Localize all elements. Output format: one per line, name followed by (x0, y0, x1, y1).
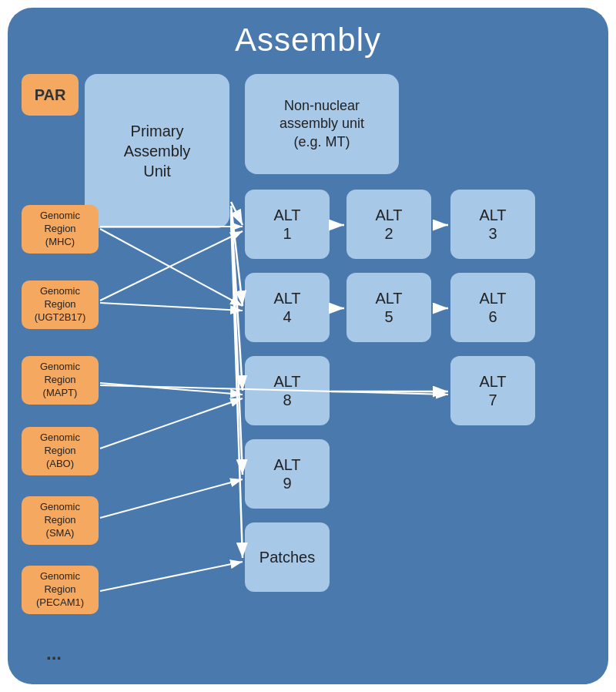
svg-line-17 (100, 398, 243, 448)
alt9-box: ALT9 (245, 439, 330, 509)
svg-line-1 (231, 202, 243, 225)
alt8-box: ALT8 (245, 356, 330, 425)
par-box: PAR (22, 74, 79, 116)
genomic-abo-label: GenomicRegion(ABO) (40, 432, 80, 471)
alt4-box: ALT4 (245, 273, 330, 342)
svg-line-15 (100, 383, 243, 395)
assembly-container: Assembly PAR PrimaryAssemblyUnit Non-nuc… (8, 8, 608, 684)
nonnuclear-box: Non-nuclearassembly unit(e.g. MT) (245, 74, 399, 174)
primary-assembly-box: PrimaryAssemblyUnit (85, 74, 229, 228)
patches-label: Patches (259, 548, 315, 566)
genomic-pecam1-box: GenomicRegion(PECAM1) (22, 566, 99, 614)
genomic-mhc-box: GenomicRegion(MHC) (22, 205, 99, 254)
alt3-label: ALT3 (479, 206, 506, 243)
alt7-box: ALT7 (450, 356, 535, 425)
alt6-box: ALT6 (450, 273, 535, 342)
alt4-label: ALT4 (273, 289, 300, 326)
patches-box: Patches (245, 522, 330, 592)
svg-line-18 (100, 479, 243, 518)
alt5-label: ALT5 (375, 289, 402, 326)
nonnuclear-label: Non-nuclearassembly unit(e.g. MT) (280, 97, 364, 151)
primary-assembly-label: PrimaryAssemblyUnit (124, 121, 191, 181)
svg-line-19 (100, 562, 243, 591)
main-content: PAR PrimaryAssemblyUnit Non-nuclearassem… (8, 66, 608, 684)
alt5-box: ALT5 (346, 273, 431, 342)
genomic-ugt-label: GenomicRegion(UGT2B17) (35, 285, 85, 324)
genomic-mapt-label: GenomicRegion(MAPT) (40, 361, 80, 400)
genomic-mhc-label: GenomicRegion(MHC) (40, 210, 80, 249)
alt8-label: ALT8 (273, 372, 300, 409)
alt1-box: ALT1 (245, 190, 330, 259)
alt2-box: ALT2 (346, 190, 431, 259)
svg-line-12 (100, 229, 243, 306)
alt1-label: ALT1 (273, 206, 300, 243)
alt2-label: ALT2 (375, 206, 402, 243)
dots-label: ... (46, 643, 62, 664)
genomic-abo-box: GenomicRegion(ABO) (22, 427, 99, 475)
genomic-sma-label: GenomicRegion(SMA) (40, 501, 80, 540)
svg-line-7 (231, 210, 243, 391)
alt7-label: ALT7 (479, 372, 506, 409)
genomic-pecam1-label: GenomicRegion(PECAM1) (36, 570, 84, 610)
svg-line-4 (231, 206, 243, 306)
genomic-sma-box: GenomicRegion(SMA) (22, 496, 99, 545)
svg-line-10 (231, 215, 243, 558)
genomic-ugt-box: GenomicRegion(UGT2B17) (22, 280, 99, 329)
svg-line-13 (100, 231, 243, 301)
alt6-label: ALT6 (479, 289, 506, 326)
genomic-mapt-box: GenomicRegion(MAPT) (22, 356, 99, 405)
alt9-label: ALT9 (273, 455, 300, 492)
svg-line-14 (100, 303, 243, 311)
alt3-box: ALT3 (450, 190, 535, 259)
svg-line-9 (231, 212, 243, 475)
par-label: PAR (35, 86, 66, 104)
assembly-title: Assembly (235, 22, 381, 59)
